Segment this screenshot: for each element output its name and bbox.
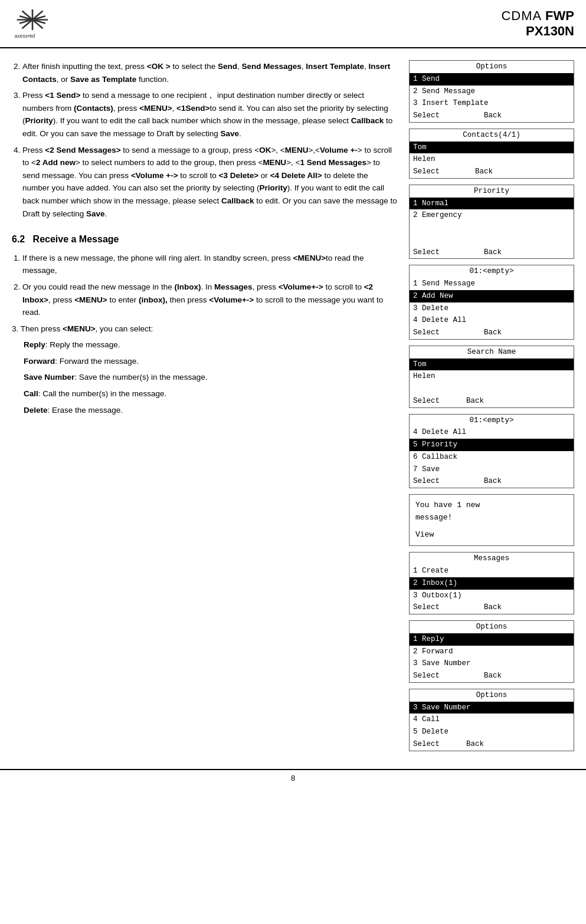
screen-options2-item4: 4 Delete All	[410, 426, 574, 439]
screen-options3: Options 1 Reply 2 Forward 3 Save Number …	[409, 620, 574, 683]
screen-options4-delete: 5 Delete	[410, 726, 574, 738]
screen-contacts-tom: Tom	[410, 142, 574, 154]
s62-forward: Forward: Forward the message.	[24, 355, 397, 368]
page-number: 8	[291, 774, 295, 782]
screen-options3-forward: 2 Forward	[410, 646, 574, 658]
section-62-list: If there is a new message, the phone wil…	[12, 252, 397, 319]
screen-options2-item5: 5 Priority	[410, 439, 574, 451]
logo-area: axess•tel	[12, 6, 53, 41]
title-bold: FWP	[545, 8, 574, 23]
screen-options4-title: Options	[410, 689, 574, 702]
screen-messages: Messages 1 Create 2 Inbox(1) 3 Outbox(1)…	[409, 552, 574, 614]
screen-options-send-title: Options	[410, 61, 574, 73]
section-62-title: 6.2 Receive a Message	[12, 232, 397, 247]
screen-options-send-item2: 2 Send Message	[410, 86, 574, 98]
screen-sendmsg-item1: 1 Send Message	[410, 278, 574, 290]
screen-messages-create: 1 Create	[410, 565, 574, 577]
screen-priority: Priority 1 Normal 2 Emergency Select Bac…	[409, 185, 574, 259]
screen-searchname-helen: Helen	[410, 370, 574, 383]
screen-priority-emergency: 2 Emergency	[410, 209, 574, 222]
screen-options3-footer: Select Back	[410, 670, 574, 682]
new-message-view: View	[415, 529, 568, 541]
screen-options-send-footer: Select Back	[410, 110, 574, 122]
axess-tel-logo: axess•tel	[12, 6, 53, 41]
page-header: axess•tel CDMA FWP PX130N	[0, 0, 586, 48]
screen-messages-footer: Select Back	[410, 601, 574, 614]
screen-searchname-footer: Select Back	[410, 395, 574, 407]
screen-options4-savenumber: 3 Save Number	[410, 702, 574, 714]
screen-options2: 01:<empty> 4 Delete All 5 Priority 6 Cal…	[409, 414, 574, 489]
s62-savenumber: Save Number: Save the number(s) in the m…	[24, 371, 397, 384]
screen-searchname-blank	[410, 383, 574, 395]
new-message-line2: message!	[415, 512, 568, 524]
s62-reply: Reply: Reply the message.	[24, 338, 397, 351]
screen-sendmsg-item4: 4 Delete All	[410, 314, 574, 327]
instruction-item-3: Press <1 Send> to send a message to one …	[22, 89, 397, 140]
screen-options-send-item1: 1 Send	[410, 73, 574, 86]
title-cdma: CDMA	[501, 8, 545, 23]
screen-options3-savenumber: 3 Save Number	[410, 657, 574, 670]
s62-item-3-intro: 3. Then press <MENU>, you can select:	[12, 323, 397, 336]
screen-priority-normal: 1 Normal	[410, 198, 574, 210]
screen-options4-call: 4 Call	[410, 713, 574, 726]
screen-priority-blank2	[410, 234, 574, 246]
screen-sendmsg-title: 01:<empty>	[410, 265, 574, 278]
screen-options4-footer: Select Back	[410, 738, 574, 751]
screen-priority-footer: Select Back	[410, 246, 574, 259]
page-footer: 8	[0, 769, 586, 786]
screen-contacts: Contacts(4/1) Tom Helen Select Back	[409, 129, 574, 179]
screen-sendmsg-item2: 2 Add New	[410, 290, 574, 302]
screen-options4: Options 3 Save Number 4 Call 5 Delete Se…	[409, 689, 574, 751]
s62-item-1: If there is a new message, the phone wil…	[22, 252, 397, 277]
screen-options2-item6: 6 Callback	[410, 451, 574, 463]
screen-messages-title: Messages	[410, 553, 574, 565]
screen-contacts-title: Contacts(4/1)	[410, 129, 574, 142]
s62-delete: Delete: Erase the message.	[24, 404, 397, 417]
screen-messages-outbox: 3 Outbox(1)	[410, 590, 574, 602]
screen-sendmsg-footer: Select Back	[410, 327, 574, 339]
screen-contacts-footer: Select Back	[410, 166, 574, 178]
screen-priority-blank1	[410, 222, 574, 234]
screen-searchname-title: Search Name	[410, 346, 574, 359]
screen-messages-inbox: 2 Inbox(1)	[410, 577, 574, 590]
svg-text:axess•tel: axess•tel	[14, 33, 35, 39]
s62-call: Call: Call the number(s) in the message.	[24, 387, 397, 400]
new-message-line1: You have 1 new	[415, 499, 568, 512]
main-content: After finish inputting the text, press <…	[0, 54, 586, 757]
screen-sendmsg-item3: 3 Delete	[410, 302, 574, 315]
screen-options-send: Options 1 Send 2 Send Message 3 Insert T…	[409, 60, 574, 123]
screen-searchname: Search Name Tom Helen Select Back	[409, 346, 574, 408]
instruction-item-4: Press <2 Send Messages> to send a messag…	[22, 144, 397, 221]
left-column: After finish inputting the text, press <…	[12, 60, 397, 751]
screen-priority-title: Priority	[410, 185, 574, 198]
right-column: Options 1 Send 2 Send Message 3 Insert T…	[409, 60, 574, 751]
screen-options3-reply: 1 Reply	[410, 633, 574, 646]
screen-options-send-item3: 3 Insert Template	[410, 97, 574, 110]
screen-options3-title: Options	[410, 621, 574, 633]
screen-contacts-helen: Helen	[410, 153, 574, 166]
s62-item-2: Or you could read the new message in the…	[22, 281, 397, 319]
screen-options2-item7: 7 Save	[410, 463, 574, 476]
screen-options2-footer: Select Back	[410, 475, 574, 488]
screen-sendmsg: 01:<empty> 1 Send Message 2 Add New 3 De…	[409, 265, 574, 340]
screen-new-message: You have 1 new message! View	[409, 494, 574, 546]
screen-searchname-tom: Tom	[410, 359, 574, 371]
page-title: CDMA FWP PX130N	[501, 8, 574, 39]
instruction-item-2: After finish inputting the text, press <…	[22, 60, 397, 86]
screen-options2-title: 01:<empty>	[410, 415, 574, 427]
title-model: PX130N	[526, 24, 574, 38]
